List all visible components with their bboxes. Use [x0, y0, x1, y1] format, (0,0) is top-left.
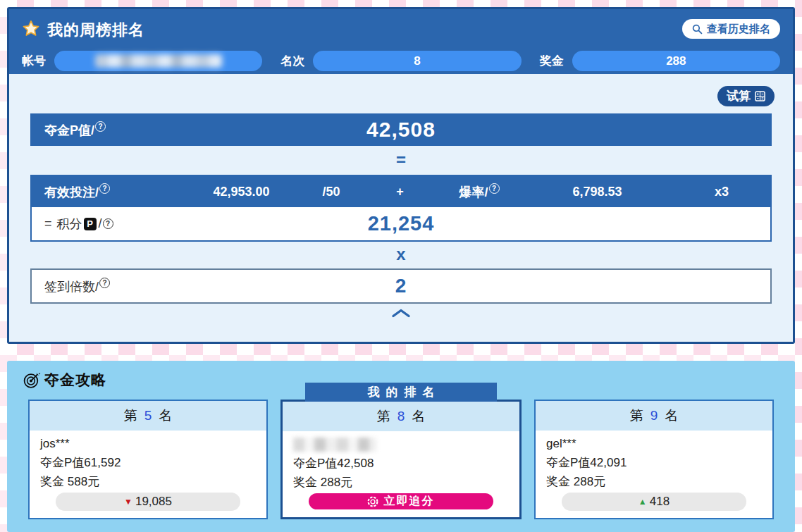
multiply-operator: x [9, 244, 793, 265]
prize-number: 288元 [321, 476, 352, 489]
trial-calculate-label: 试算 [727, 88, 751, 104]
card-body: jos*** 夺金P值61,592 奖金 588元 [30, 431, 266, 491]
burst-rate-label-text: 爆率/ [459, 185, 488, 199]
card-body: 夺金P值42,508 奖金 288元 [283, 431, 519, 492]
account-label: 帐号 [22, 53, 46, 69]
rank-card-5: 第5名 jos*** 夺金P值61,592 奖金 588元 ▼19,085 [28, 400, 268, 519]
account-summary-row: 帐号 名次 8 奖金 288 [22, 49, 780, 73]
prize-value-pill: 288 [572, 51, 780, 71]
rank-value-pill: 8 [313, 51, 521, 71]
card-rank-header: 第5名 [30, 401, 266, 431]
prize-label: 奖金 [540, 53, 564, 69]
view-history-ranking-button[interactable]: 查看历史排名 [682, 19, 780, 39]
rank-label: 名次 [280, 53, 304, 69]
player-prize: 奖金 288元 [293, 473, 509, 492]
p-value-label: 夺金P值 [293, 457, 337, 470]
score-value: 21,254 [32, 212, 770, 235]
account-group: 帐号 [22, 51, 262, 71]
score-formula-box: 有效投注/? 42,953.00 /50 + 爆率/? 6,798.53 x3 … [30, 175, 772, 242]
p-value-number: 42,091 [590, 456, 627, 469]
ranking-panel-body: 试算 夺金P值/? 42,508 = 有效投注/? 42,953.00 /50 … [9, 74, 793, 321]
strategy-title: 夺金攻略 [44, 370, 106, 390]
player-name: gel*** [546, 434, 762, 453]
score-gap-pill: ▼19,085 [56, 493, 240, 511]
score-gap-value: 418 [650, 495, 670, 508]
calculator-icon [755, 91, 765, 101]
rank-number: 9 [650, 408, 658, 423]
chase-points-label: 立即追分 [383, 494, 434, 509]
prize-label: 奖金 [293, 476, 317, 489]
collapse-control[interactable] [9, 308, 793, 321]
dartboard-icon [23, 371, 42, 390]
prize-label: 奖金 [40, 475, 64, 488]
ranking-cards-row: 第5名 jos*** 夺金P值61,592 奖金 588元 ▼19,085 我的… [7, 400, 795, 519]
score-row: = 积分 P / ? 21,254 [32, 207, 770, 240]
rank-prefix: 第 [124, 408, 137, 423]
star-icon [22, 20, 40, 41]
prize-group: 奖金 288 [540, 51, 780, 71]
plus-operator: + [363, 185, 437, 199]
search-icon [692, 24, 703, 35]
card-rank-header: 第9名 [536, 401, 772, 431]
p-value: 42,508 [30, 118, 772, 142]
player-p-value: 夺金P值42,091 [546, 453, 762, 472]
rank-prefix: 第 [377, 409, 390, 423]
multiplier-value: x3 [673, 185, 770, 199]
rank-card-9: 第9名 gel*** 夺金P值42,091 奖金 288元 ▲418 [534, 400, 774, 519]
player-p-value: 夺金P值61,592 [40, 453, 256, 472]
ranking-panel-header: 我的周榜排名 查看历史排名 帐号 名次 8 [9, 9, 793, 74]
p-value-number: 61,592 [84, 456, 121, 469]
burst-rate-label: 爆率/? [437, 183, 522, 201]
poker-chip-icon [367, 496, 378, 507]
score-gap-value: 19,085 [135, 495, 172, 508]
p-value-label: 夺金P值 [546, 456, 590, 469]
gold-strategy-panel: 夺金攻略 第5名 jos*** 夺金P值61,592 奖金 588元 ▼19,0… [7, 361, 795, 532]
rank-suffix: 名 [159, 408, 172, 423]
burst-rate-value: 6,798.53 [522, 185, 673, 199]
help-icon[interactable]: ? [99, 183, 110, 194]
help-icon[interactable]: ? [489, 183, 500, 194]
valid-bet-label: 有效投注/? [32, 183, 183, 201]
checkin-multiplier-value: 2 [32, 275, 770, 297]
card-rank-header: 第8名 [283, 402, 519, 431]
score-gap-pill: ▲418 [562, 493, 746, 511]
prize-label: 奖金 [546, 475, 570, 488]
p-value-label: 夺金P值 [40, 456, 84, 469]
valid-bet-value: 42,953.00 [183, 185, 300, 199]
formula-row: 有效投注/? 42,953.00 /50 + 爆率/? 6,798.53 x3 [32, 176, 770, 207]
card-body: gel*** 夺金P值42,091 奖金 288元 [536, 431, 772, 491]
blurred-account-name [95, 54, 222, 68]
divisor-value: /50 [300, 185, 363, 199]
player-prize: 奖金 588元 [40, 472, 256, 491]
rank-suffix: 名 [665, 408, 678, 423]
prize-number: 588元 [68, 475, 99, 488]
view-history-ranking-label: 查看历史排名 [707, 23, 770, 36]
rank-suffix: 名 [412, 409, 425, 423]
player-prize: 奖金 288元 [546, 472, 762, 491]
rank-number: 8 [397, 409, 405, 423]
valid-bet-label-text: 有效投注/ [44, 185, 99, 199]
equals-operator: = [9, 149, 793, 171]
chevron-up-icon [390, 309, 412, 321]
page-title: 我的周榜排名 [47, 20, 144, 41]
page: 我的周榜排名 查看历史排名 帐号 名次 8 [0, 0, 802, 532]
rank-prefix: 第 [630, 408, 643, 423]
weekly-ranking-panel: 我的周榜排名 查看历史排名 帐号 名次 8 [7, 7, 795, 344]
p-value-number: 42,508 [337, 457, 374, 470]
trial-calculate-button[interactable]: 试算 [717, 86, 775, 106]
p-value-row: 夺金P值/? 42,508 [30, 113, 772, 146]
player-p-value: 夺金P值42,508 [293, 454, 509, 473]
blurred-player-name [293, 438, 376, 452]
rank-number: 5 [144, 408, 152, 423]
rank-group: 名次 8 [280, 51, 521, 71]
checkin-multiplier-row: 签到倍数/? 2 [30, 268, 772, 304]
rank-card-my: 我的排名 第8名 夺金P值42,508 奖金 288元 立即追分 [280, 400, 522, 519]
player-name: jos*** [40, 434, 256, 453]
triangle-down-icon: ▼ [124, 497, 132, 507]
triangle-up-icon: ▲ [638, 497, 647, 507]
prize-number: 288元 [574, 475, 605, 488]
chase-points-button[interactable]: 立即追分 [309, 493, 493, 509]
my-rank-tab: 我的排名 [305, 383, 497, 402]
account-value-pill [54, 51, 262, 71]
